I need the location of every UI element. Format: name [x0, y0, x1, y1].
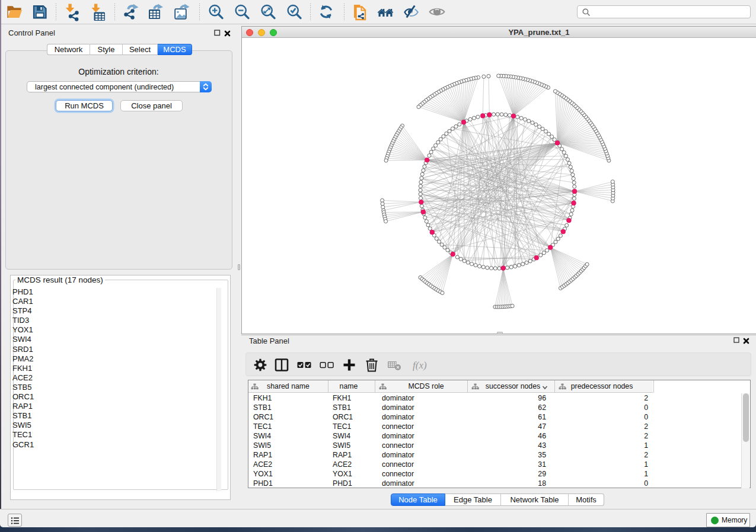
svg-text:f(x): f(x) [413, 360, 427, 371]
